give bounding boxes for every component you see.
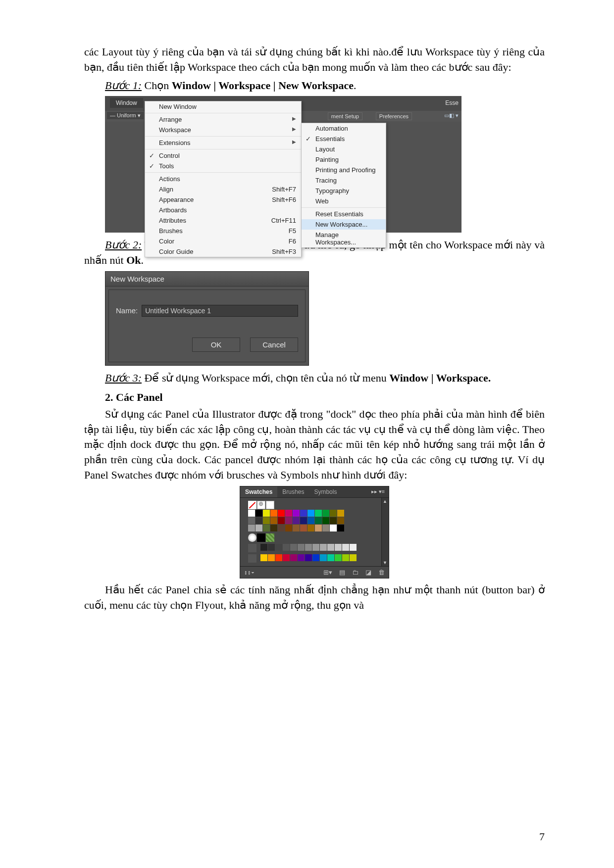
swatch-color[interactable]: [337, 525, 344, 531]
menu-color-guide[interactable]: Color GuideShift+F3: [145, 246, 301, 257]
submenu-reset-essentials[interactable]: Reset Essentials: [302, 209, 386, 219]
swatch-color[interactable]: [283, 554, 290, 561]
swatch-color[interactable]: [327, 554, 334, 561]
swatch-color[interactable]: [278, 525, 285, 531]
swatch-pattern[interactable]: [266, 533, 274, 542]
swatch-color[interactable]: [256, 517, 262, 524]
swatch-color[interactable]: [322, 510, 329, 517]
swatch-color[interactable]: [300, 517, 307, 524]
swatch-color[interactable]: [337, 517, 344, 524]
swatch-color[interactable]: [270, 517, 277, 524]
swatch-color[interactable]: [307, 510, 314, 517]
swatch-registration[interactable]: ⊕: [257, 501, 265, 509]
swatch-folder-icon[interactable]: [248, 544, 256, 552]
swatch-gray[interactable]: [350, 544, 357, 551]
cancel-button[interactable]: Cancel: [250, 338, 298, 352]
swatch-color[interactable]: [300, 510, 307, 517]
swatch-color[interactable]: [290, 554, 297, 561]
submenu-essentials[interactable]: ✓Essentials: [302, 134, 386, 144]
workspace-switch-label[interactable]: Esse: [445, 99, 459, 106]
menu-new-window[interactable]: New Window: [145, 101, 301, 112]
swatch-color[interactable]: [260, 554, 267, 561]
swatch-color[interactable]: [248, 510, 255, 517]
swatch-color[interactable]: [298, 554, 305, 561]
menu-color[interactable]: ColorF6: [145, 236, 301, 246]
swatch-gray[interactable]: [283, 544, 290, 551]
workspace-name-input[interactable]: [142, 305, 298, 317]
swatch-color[interactable]: [256, 525, 262, 531]
swatch-color[interactable]: [312, 554, 319, 561]
delete-swatch-icon[interactable]: 🗑: [378, 569, 385, 576]
swatch-color[interactable]: [335, 554, 342, 561]
menu-control[interactable]: ✓Control: [145, 150, 301, 161]
swatch-color[interactable]: [293, 517, 300, 524]
preferences-button[interactable]: Preferences: [376, 112, 412, 120]
submenu-typography[interactable]: Typography: [302, 186, 386, 196]
scroll-up-icon[interactable]: ▲: [383, 499, 387, 504]
swatch-gray[interactable]: [260, 544, 267, 551]
swatch-color[interactable]: [263, 510, 270, 517]
submenu-painting[interactable]: Painting: [302, 154, 386, 165]
swatch-color[interactable]: [278, 510, 285, 517]
swatch-color[interactable]: [263, 525, 270, 531]
swatch-gray[interactable]: [290, 544, 297, 551]
tab-brushes[interactable]: Brushes: [277, 486, 309, 497]
submenu-web[interactable]: Web: [302, 196, 386, 206]
swatch-color[interactable]: [350, 554, 357, 561]
menu-attributes[interactable]: AttributesCtrl+F11: [145, 215, 301, 226]
swatch-color[interactable]: [275, 554, 282, 561]
menu-workspace[interactable]: Workspace▶: [145, 125, 301, 135]
swatch-color[interactable]: [342, 554, 349, 561]
swatch-gray[interactable]: [335, 544, 342, 551]
swatch-color[interactable]: [330, 525, 337, 531]
swatch-color[interactable]: [293, 510, 300, 517]
swatch-color[interactable]: [285, 517, 292, 524]
submenu-printing[interactable]: Printing and Proofing: [302, 165, 386, 175]
submenu-tracing[interactable]: Tracing: [302, 175, 386, 186]
menu-artboards[interactable]: Artboards: [145, 205, 301, 215]
ok-button[interactable]: OK: [192, 338, 240, 352]
swatch-gray[interactable]: [312, 544, 319, 551]
new-swatch-icon[interactable]: ◪: [365, 569, 371, 576]
swatch-color[interactable]: [300, 525, 307, 531]
swatch-gray[interactable]: [342, 544, 349, 551]
menu-extensions[interactable]: Extensions▶: [145, 138, 301, 148]
submenu-automation[interactable]: Automation: [302, 123, 386, 134]
menu-align[interactable]: AlignShift+F7: [145, 184, 301, 194]
tab-symbols[interactable]: Symbols: [309, 486, 342, 497]
swatch-color[interactable]: [278, 517, 285, 524]
new-color-group-icon[interactable]: 🗀: [352, 569, 358, 576]
menu-tools[interactable]: ✓Tools: [145, 161, 301, 171]
swatch-none[interactable]: [248, 501, 256, 509]
scroll-down-icon[interactable]: ▼: [383, 560, 387, 565]
swatch-color[interactable]: [256, 510, 262, 517]
swatch-color[interactable]: [315, 510, 322, 517]
swatch-color[interactable]: [322, 525, 329, 531]
submenu-new-workspace[interactable]: New Workspace...: [302, 219, 386, 230]
window-menu-button[interactable]: Window: [110, 98, 143, 108]
submenu-layout[interactable]: Layout: [302, 144, 386, 154]
swatch-black[interactable]: [257, 533, 265, 542]
swatch-color[interactable]: [248, 517, 255, 524]
menu-brushes[interactable]: BrushesF5: [145, 226, 301, 236]
swatch-color[interactable]: [248, 525, 255, 531]
swatch-color[interactable]: [293, 525, 300, 531]
swatch-color[interactable]: [322, 517, 329, 524]
swatch-color[interactable]: [307, 517, 314, 524]
swatch-color[interactable]: [315, 525, 322, 531]
panel-scrollbar[interactable]: ▲ ▼: [381, 498, 389, 566]
menu-appearance[interactable]: AppearanceShift+F6: [145, 194, 301, 205]
swatch-gray[interactable]: [320, 544, 327, 551]
swatch-color[interactable]: [263, 517, 270, 524]
swatch-color[interactable]: [268, 554, 275, 561]
swatch-gray[interactable]: [275, 544, 282, 551]
swatch-color[interactable]: [285, 525, 292, 531]
swatch-color[interactable]: [270, 510, 277, 517]
swatch-gradient-radial[interactable]: [248, 533, 256, 542]
swatch-color[interactable]: [337, 510, 344, 517]
options-bar-icons[interactable]: ▭◧ ▾: [444, 112, 459, 119]
swatch-folder-icon[interactable]: [248, 554, 256, 563]
tab-swatches[interactable]: Swatches: [240, 486, 277, 497]
menu-actions[interactable]: Actions: [145, 174, 301, 184]
swatch-color[interactable]: [285, 510, 292, 517]
